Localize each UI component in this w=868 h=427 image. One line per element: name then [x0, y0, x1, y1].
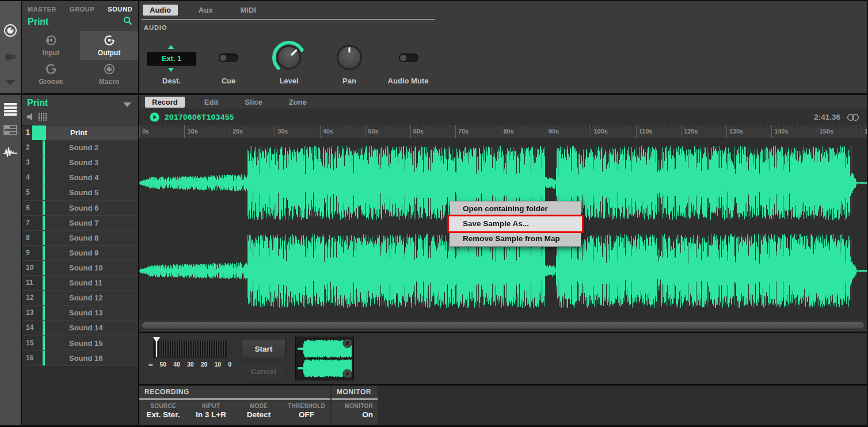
context-menu-item[interactable]: Remove Sample from Map	[450, 231, 581, 246]
channel-scope-tab[interactable]: SOUND	[108, 6, 132, 13]
parameter-value[interactable]: OFF	[284, 410, 329, 419]
sound-name: Sound 6	[45, 201, 138, 215]
channel-scope-tab[interactable]: MASTER	[28, 6, 56, 13]
parameter-value[interactable]: In 3 L+R	[188, 410, 234, 419]
recording-name[interactable]: 20170606T103455	[165, 113, 234, 121]
sound-name: Print	[46, 125, 138, 140]
pan-knob[interactable]	[336, 44, 363, 74]
delete-sample-icon[interactable]	[342, 338, 352, 348]
sound-row[interactable]: 8 Sound 8	[22, 231, 138, 246]
channel-scope-tab[interactable]: GROUP	[70, 6, 94, 13]
parameter-field: MODE Detect	[235, 403, 283, 419]
context-menu-item[interactable]: Open containing folder	[450, 201, 581, 216]
threshold-scale: ∞50403020100	[149, 361, 231, 368]
sound-row[interactable]: 2 Sound 2	[22, 140, 138, 155]
channel-section-groove[interactable]: Groove	[22, 60, 80, 89]
recording-duration: 2:41.36	[814, 113, 840, 121]
sound-number: 3	[22, 155, 43, 170]
dest-up-arrow-icon[interactable]	[168, 45, 174, 49]
channel-section-macro[interactable]: Macro	[80, 60, 138, 89]
threshold-scale-label: 20	[201, 361, 208, 368]
bottom-parameter-area: RECORDING SOURCE Ext. Ster. INPUT In 3 L…	[139, 386, 867, 425]
parameter-value[interactable]: Ext. Ster.	[140, 410, 186, 419]
channel-section-input[interactable]: Input	[22, 31, 80, 60]
ruler-tick: 150s	[817, 125, 862, 138]
threshold-scale-label: 50	[160, 361, 167, 368]
sound-number: 7	[22, 216, 43, 230]
cancel-button[interactable]: Cancel	[242, 361, 285, 382]
ruler-tick: 120s	[681, 125, 726, 138]
maschine-window: MASTERGROUPSOUND Print Input Output Groo…	[0, 0, 868, 427]
waveform-scrollbar[interactable]	[139, 319, 867, 332]
sound-row[interactable]: 13 Sound 13	[22, 306, 138, 321]
channel-panel: MASTERGROUPSOUND Print Input Output Groo…	[22, 1, 138, 93]
dest-down-arrow-icon[interactable]	[168, 68, 174, 72]
sound-row[interactable]: 7 Sound 7	[22, 216, 138, 231]
threshold-marker[interactable]	[153, 337, 160, 358]
keyboard-icon[interactable]	[3, 123, 18, 138]
parameter-value[interactable]: Detect	[236, 410, 281, 419]
pad-grid-icon[interactable]	[38, 113, 48, 121]
sound-row[interactable]: 3 Sound 3	[22, 155, 138, 170]
group-name[interactable]: Print	[27, 98, 48, 108]
channel-section-grid: Input Output Groove Macro	[22, 31, 138, 89]
parameter-field: INPUT In 3 L+R	[187, 403, 235, 419]
start-button[interactable]: Start	[242, 339, 285, 359]
sound-row[interactable]: 15 Sound 15	[22, 336, 138, 351]
editor-tab[interactable]: Edit	[197, 97, 226, 108]
threshold-meter[interactable]	[153, 341, 227, 358]
audio-mute-toggle[interactable]	[399, 54, 418, 62]
plug-icon[interactable]	[3, 49, 18, 64]
scrollbar-thumb[interactable]	[142, 322, 865, 329]
recording-title-bar: 20170606T103455 2:41.36	[139, 109, 867, 125]
sound-row[interactable]: 1 Print	[22, 125, 138, 140]
browser-knob-icon[interactable]	[3, 23, 18, 38]
channel-section-output[interactable]: Output	[80, 31, 138, 60]
sound-row[interactable]: 6 Sound 6	[22, 201, 138, 216]
sound-row[interactable]: 10 Sound 10	[22, 261, 138, 276]
dest-selector[interactable]: Ext. 1	[147, 52, 196, 66]
channel-scope-tabs: MASTERGROUPSOUND	[22, 1, 138, 13]
plugin-tab[interactable]: Audio	[143, 5, 178, 16]
sound-name: Sound 11	[45, 276, 138, 290]
play-sample-icon[interactable]	[342, 369, 352, 379]
sound-number: 14	[22, 321, 43, 335]
parameter-label: MONITOR	[333, 403, 373, 409]
speaker-mute-icon[interactable]	[26, 113, 35, 123]
sound-row[interactable]: 16 Sound 16	[22, 351, 138, 366]
editor-tab[interactable]: Record	[145, 97, 185, 108]
sound-row[interactable]: 11 Sound 11	[22, 276, 138, 291]
sound-row[interactable]: 9 Sound 9	[22, 246, 138, 261]
input-icon	[45, 35, 57, 48]
sound-row[interactable]: 14 Sound 14	[22, 321, 138, 336]
plugin-tab[interactable]: MIDI	[233, 5, 262, 16]
editor-tab[interactable]: Zone	[282, 97, 314, 108]
sound-row[interactable]: 5 Sound 5	[22, 185, 138, 200]
recorded-sample-thumbnail[interactable]	[295, 337, 354, 380]
parameter-field: SOURCE Ext. Ster.	[139, 403, 187, 419]
sound-name: Sound 14	[45, 321, 138, 335]
chevron-down-icon[interactable]	[123, 102, 131, 107]
editor-tab[interactable]: Slice	[238, 97, 269, 108]
search-icon[interactable]	[123, 16, 132, 28]
plugin-tab[interactable]: Aux	[192, 5, 220, 16]
sample-wave-icon[interactable]	[3, 146, 18, 161]
view-rail	[0, 1, 22, 425]
context-menu-item[interactable]: Save Sample As...	[449, 216, 582, 231]
collapse-arrow-icon[interactable]	[3, 75, 18, 90]
threshold-scale-label: 0	[228, 361, 231, 368]
parameter-value[interactable]: On	[333, 410, 373, 419]
recording-panel-title: RECORDING	[139, 386, 330, 400]
audio-section-label: AUDIO	[144, 24, 167, 31]
ruler-tick: 80s	[501, 125, 546, 138]
mixer-list-icon[interactable]	[3, 102, 18, 117]
threshold-scale-label: 30	[187, 361, 194, 368]
sound-row[interactable]: 4 Sound 4	[22, 170, 138, 185]
sound-number: 11	[22, 276, 43, 290]
cue-toggle[interactable]	[219, 54, 238, 62]
ruler-tick: 160s	[862, 125, 867, 138]
play-icon[interactable]	[150, 112, 159, 124]
sound-row[interactable]: 12 Sound 12	[22, 291, 138, 306]
recording-fields: SOURCE Ext. Ster. INPUT In 3 L+R MODE De…	[139, 400, 330, 419]
level-knob[interactable]	[271, 39, 307, 78]
